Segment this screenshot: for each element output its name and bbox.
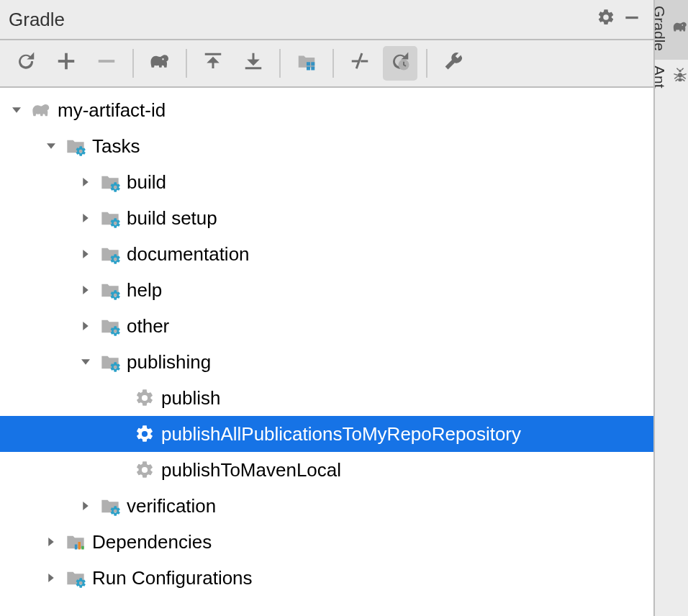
- remove-button[interactable]: [89, 46, 124, 81]
- folder-gear-icon: [99, 171, 121, 193]
- chevron-right-icon[interactable]: [76, 209, 95, 227]
- tree-row[interactable]: my-artifact-id: [0, 92, 653, 128]
- tree-row[interactable]: Dependencies: [0, 524, 653, 560]
- folder-gear-icon: [99, 243, 121, 265]
- chevron-right-icon[interactable]: [76, 497, 95, 515]
- tree-node-label: Run Configurations: [92, 567, 253, 589]
- panel-header: Gradle: [0, 0, 653, 40]
- toolbar-separator: [426, 49, 427, 78]
- tree-node-label: build: [127, 171, 166, 194]
- gradle-panel: Gradle: [0, 0, 655, 616]
- gradle-icon: [672, 19, 688, 38]
- add-icon: [55, 50, 77, 76]
- tree-node-label: documentation: [127, 243, 250, 266]
- gradle-button[interactable]: [142, 46, 177, 81]
- execution-button[interactable]: [383, 46, 417, 81]
- project-tree[interactable]: my-artifact-idTasksbuildbuild setupdocum…: [0, 88, 653, 616]
- expand-all-icon: [202, 50, 224, 76]
- tree-row[interactable]: publish: [0, 380, 653, 416]
- offline-mode-button[interactable]: [343, 46, 377, 81]
- tree-row[interactable]: Tasks: [0, 128, 653, 164]
- tree-node-label: Dependencies: [92, 531, 212, 553]
- tree-node-label: other: [127, 315, 169, 338]
- remove-icon: [96, 50, 117, 76]
- chevron-none: [111, 425, 130, 443]
- folder-gear-icon: [99, 207, 121, 229]
- refresh-icon: [15, 50, 37, 76]
- chevron-down-icon[interactable]: [42, 137, 60, 155]
- collapse-all-icon: [243, 50, 264, 76]
- build-settings-button[interactable]: [436, 46, 471, 81]
- minimize-icon: [623, 8, 641, 31]
- right-rail: Gradle Ant: [655, 0, 688, 616]
- folder-gear-icon: [99, 279, 121, 301]
- gear-icon: [597, 8, 615, 31]
- tree-row[interactable]: publishAllPublicationsToMyRepoRepository: [0, 416, 653, 452]
- elephant-icon: [30, 99, 52, 121]
- toolbar-separator: [332, 49, 334, 78]
- tree-node-label: publish: [161, 387, 220, 409]
- tree-node-label: my-artifact-id: [58, 99, 166, 122]
- project-structure-button[interactable]: [289, 46, 324, 81]
- gear-icon: [134, 459, 155, 481]
- folder-gear-icon: [99, 351, 121, 373]
- minimize-button[interactable]: [619, 6, 645, 32]
- tree-row[interactable]: build setup: [0, 200, 653, 236]
- tree-node-label: build setup: [127, 207, 217, 230]
- tree-node-label: help: [127, 279, 162, 302]
- gear-icon: [134, 387, 155, 409]
- settings-button[interactable]: [593, 6, 619, 32]
- chevron-right-icon[interactable]: [76, 173, 95, 191]
- rail-tab-ant[interactable]: Ant: [655, 60, 688, 97]
- add-button[interactable]: [49, 46, 83, 81]
- tree-node-label: publishing: [127, 351, 211, 373]
- gear-icon: [134, 423, 155, 445]
- toolbar: [0, 40, 653, 88]
- folder-gear-icon: [65, 135, 86, 157]
- chevron-right-icon[interactable]: [76, 245, 95, 263]
- tree-node-label: publishToMavenLocal: [161, 459, 341, 481]
- chevron-right-icon[interactable]: [42, 569, 60, 587]
- tree-node-label: publishAllPublicationsToMyRepoRepository: [161, 423, 521, 445]
- gradle-icon: [149, 50, 171, 76]
- tree-row[interactable]: other: [0, 308, 653, 344]
- tree-row[interactable]: documentation: [0, 236, 653, 272]
- chevron-none: [111, 461, 130, 479]
- chevron-none: [111, 389, 130, 407]
- tree-row[interactable]: build: [0, 164, 653, 200]
- tree-row[interactable]: publishing: [0, 344, 653, 380]
- offline-mode-icon: [349, 50, 371, 76]
- toolbar-separator: [279, 49, 281, 78]
- folder-chart-icon: [65, 531, 86, 553]
- chevron-right-icon[interactable]: [42, 533, 60, 551]
- tree-row[interactable]: help: [0, 272, 653, 308]
- folder-gear-icon: [65, 567, 86, 589]
- build-settings-icon: [443, 50, 464, 76]
- tree-row[interactable]: Run Configurations: [0, 560, 653, 596]
- chevron-down-icon[interactable]: [76, 353, 95, 371]
- tree-row[interactable]: publishToMavenLocal: [0, 452, 653, 488]
- project-structure-icon: [296, 50, 317, 76]
- execution-icon: [389, 50, 411, 76]
- toolbar-separator: [132, 49, 134, 78]
- toolbar-separator: [186, 49, 187, 78]
- svg-rect-0: [625, 17, 638, 19]
- expand-all-button[interactable]: [196, 46, 230, 81]
- tree-node-label: Tasks: [92, 135, 140, 158]
- tree-row[interactable]: verification: [0, 488, 653, 524]
- panel-title: Gradle: [9, 9, 593, 31]
- ant-icon: [672, 67, 688, 86]
- refresh-button[interactable]: [9, 46, 43, 81]
- tree-node-label: verification: [127, 495, 216, 517]
- collapse-all-button[interactable]: [236, 46, 271, 81]
- chevron-right-icon[interactable]: [76, 317, 95, 335]
- rail-tab-gradle[interactable]: Gradle: [655, 0, 688, 60]
- chevron-right-icon[interactable]: [76, 281, 95, 299]
- folder-gear-icon: [99, 315, 121, 337]
- chevron-down-icon[interactable]: [7, 101, 26, 119]
- folder-gear-icon: [99, 495, 121, 517]
